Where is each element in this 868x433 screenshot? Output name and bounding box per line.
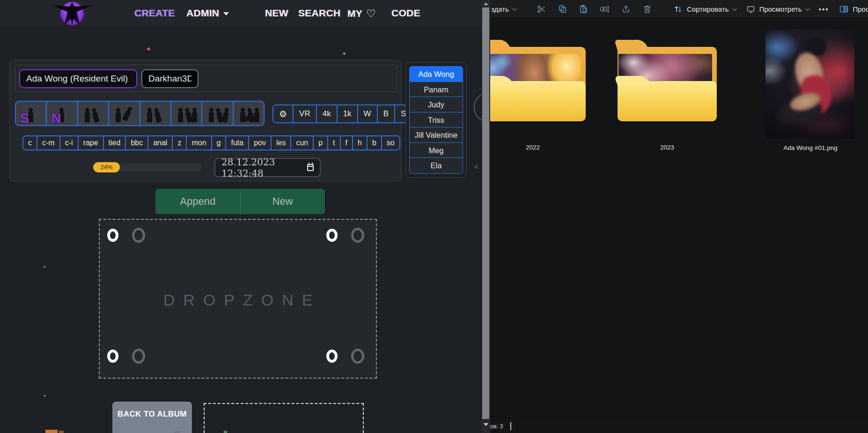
tag-button[interactable]: pov: [249, 136, 272, 149]
new-item-button[interactable]: здать: [490, 1, 521, 17]
clipped-element: [174, 431, 180, 433]
radio-ring-bottom-left-a[interactable]: [107, 350, 118, 363]
position-button[interactable]: [78, 102, 109, 125]
character-list-item[interactable]: Panam: [410, 82, 463, 97]
view-icon: [746, 4, 756, 14]
quality-button[interactable]: W: [358, 105, 378, 122]
tag-button[interactable]: h: [353, 136, 368, 149]
character-list-item[interactable]: Triss: [410, 112, 463, 128]
paste-button[interactable]: [573, 1, 594, 17]
tag-button[interactable]: bbc: [126, 136, 148, 149]
title-inputs-row: [15, 65, 397, 92]
tag-button[interactable]: c-i: [60, 136, 79, 149]
author-name-input[interactable]: [141, 69, 199, 88]
position-button[interactable]: [202, 102, 233, 125]
tag-button[interactable]: anal: [148, 136, 173, 149]
radio-ring-bottom-right-b[interactable]: [351, 349, 364, 364]
radio-ring-top-left-a[interactable]: [107, 229, 118, 242]
chevron-down-icon: [512, 6, 517, 11]
quality-button[interactable]: 4k: [317, 105, 338, 122]
tag-button[interactable]: f: [341, 136, 353, 149]
tag-button[interactable]: t: [328, 136, 340, 149]
dropzone[interactable]: DROPZONE: [99, 219, 377, 379]
nav-code-link[interactable]: CODE: [391, 7, 420, 19]
radio-ring-bottom-right-a[interactable]: [326, 350, 338, 363]
delete-button[interactable]: [637, 1, 658, 17]
position-button[interactable]: N: [47, 102, 78, 125]
back-to-album-button[interactable]: BACK TO ALBUM: [112, 402, 192, 433]
datetime-input[interactable]: 28.12.2023 12:32:48: [214, 158, 321, 177]
tag-button[interactable]: b: [368, 136, 382, 149]
character-list-item[interactable]: Jill Valentine: [410, 127, 463, 143]
folder-icon: [490, 39, 586, 121]
view-dropdown[interactable]: Просмотреть: [741, 1, 814, 17]
sort-dropdown[interactable]: Сортировать: [668, 1, 741, 17]
secondary-dropzone[interactable]: [204, 403, 364, 433]
more-options-button[interactable]: •••: [814, 1, 834, 17]
tag-button[interactable]: p: [314, 136, 328, 149]
tag-button[interactable]: tied: [104, 136, 126, 149]
nav-my-favorites-link[interactable]: MY♡: [347, 7, 376, 20]
calendar-icon[interactable]: [307, 164, 314, 171]
radio-ring-bottom-left-b[interactable]: [132, 349, 145, 364]
tag-button[interactable]: les: [272, 136, 291, 149]
tag-button[interactable]: futa: [226, 136, 249, 149]
radio-ring-top-right-a[interactable]: [326, 229, 338, 242]
tag-button[interactable]: z: [173, 136, 187, 149]
tag-button[interactable]: g: [212, 136, 227, 149]
settings-button[interactable]: ⚙: [273, 105, 294, 122]
share-button[interactable]: [616, 1, 637, 17]
preview-pane-toggle[interactable]: Просм: [834, 1, 868, 17]
scroll-down-arrow-icon[interactable]: [484, 423, 488, 426]
rename-button[interactable]: [594, 1, 616, 17]
folder-2023[interactable]: 2023: [618, 39, 717, 154]
nav-admin-dropdown[interactable]: ADMIN: [186, 7, 229, 19]
rename-icon: [600, 4, 610, 14]
quality-button[interactable]: 1k: [338, 105, 358, 122]
tag-button[interactable]: c: [23, 136, 37, 149]
radio-ring-top-right-b[interactable]: [351, 228, 364, 243]
position-button[interactable]: [171, 102, 202, 125]
character-list-item[interactable]: Meg: [410, 143, 463, 158]
position-button[interactable]: [109, 102, 140, 125]
folder-2022[interactable]: 2022: [490, 39, 586, 154]
tag-filter-group: cc-mc-irapetiedbbcanalzmongfutapovlescun…: [22, 135, 400, 150]
browser-scrollbar[interactable]: [481, 0, 490, 433]
nav-search-link[interactable]: SEARCH: [298, 7, 340, 19]
album-action-bar: Append New: [155, 189, 325, 214]
scroll-up-arrow-icon[interactable]: [484, 2, 488, 5]
tag-button[interactable]: cun: [291, 136, 314, 149]
append-button[interactable]: Append: [155, 189, 241, 214]
new-button[interactable]: New: [241, 189, 325, 214]
chevron-down-icon: [732, 6, 737, 11]
quality-button[interactable]: B: [378, 105, 395, 122]
image-file-ada-wong[interactable]: Ada Wong #01.png: [765, 29, 855, 155]
quality-button[interactable]: VR: [294, 105, 317, 122]
character-list-item[interactable]: Ada Wong: [410, 67, 463, 82]
nav-create-link[interactable]: CREATE: [134, 7, 175, 19]
copy-icon: [558, 4, 567, 14]
tag-button[interactable]: rape: [79, 136, 104, 149]
yellow-sparkle-icon: ✦: [342, 52, 346, 56]
position-button[interactable]: S: [16, 102, 47, 125]
character-list-item[interactable]: Judy: [410, 97, 463, 112]
tag-button[interactable]: so: [382, 136, 399, 149]
tag-button[interactable]: c-m: [37, 136, 60, 149]
folder-label: 2022: [490, 144, 586, 151]
tag-button[interactable]: mon: [187, 136, 212, 149]
copy-button[interactable]: [552, 1, 573, 17]
folder-label: 2023: [618, 144, 717, 151]
character-list-item[interactable]: Ela: [410, 158, 463, 173]
character-name-input[interactable]: [19, 69, 137, 88]
position-button[interactable]: [234, 102, 264, 125]
gear-icon: ⚙: [279, 109, 287, 119]
chevron-down-icon: [805, 6, 810, 11]
nav-new-link[interactable]: NEW: [265, 7, 288, 19]
share-icon: [621, 4, 631, 14]
position-button[interactable]: [140, 102, 171, 125]
cut-icon: [537, 4, 546, 14]
scrollbar-thumb[interactable]: [482, 7, 489, 419]
cut-button[interactable]: [531, 1, 552, 17]
raven-logo[interactable]: [51, 0, 94, 26]
radio-ring-top-left-b[interactable]: [132, 228, 145, 243]
